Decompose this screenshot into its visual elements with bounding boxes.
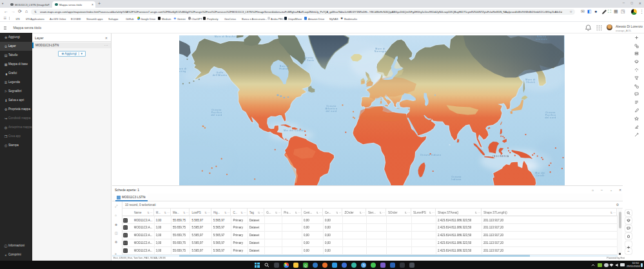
svg-text:del nord: del nord: [326, 110, 337, 113]
svg-text:orientale: orientale: [536, 38, 547, 41]
svg-text:Indiano: Indiano: [451, 178, 461, 181]
svg-text:di Davis: di Davis: [304, 59, 315, 62]
svg-text:Mar dei Caraibi: Mar dei Caraibi: [284, 129, 304, 132]
svg-text:Ohotsk: Ohotsk: [526, 81, 535, 84]
svg-text:Mare della: Mare della: [534, 33, 549, 35]
svg-text:del nord: del nord: [545, 116, 556, 119]
svg-text:del nord: del nord: [211, 114, 222, 116]
svg-text:Norvegia: Norvegia: [375, 50, 386, 53]
svg-text:Hudson: Hudson: [279, 68, 289, 70]
svg-text:INDONESIA: INDONESIA: [493, 155, 509, 158]
svg-text:Oceano Indiano: Oceano Indiano: [420, 154, 441, 156]
svg-text:Bering: Bering: [177, 70, 186, 73]
svg-text:dell'Alaska: dell'Alaska: [213, 74, 228, 77]
svg-text:Coralli: Coralli: [536, 174, 545, 177]
svg-text:Mare di Beaufort: Mare di Beaufort: [215, 35, 237, 38]
